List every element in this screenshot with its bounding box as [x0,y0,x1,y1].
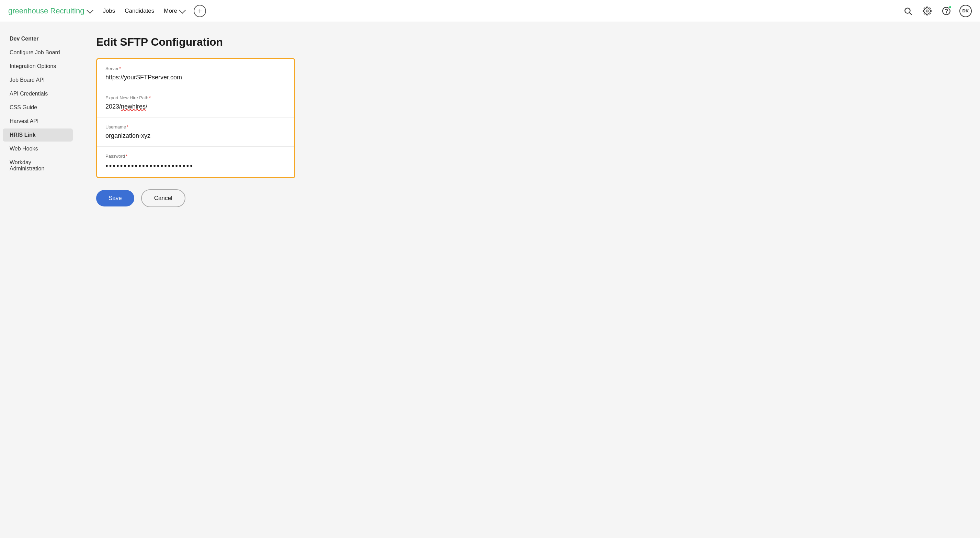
settings-button[interactable] [921,5,933,17]
notification-dot [948,5,952,9]
export-path-required-indicator: * [149,95,151,100]
username-field: Username * organization-xyz [97,118,294,147]
nav-links: Jobs Candidates More + [103,5,206,17]
server-value[interactable]: https://yourSFTPserver.com [105,74,286,81]
sftp-form-card: Server * https://yourSFTPserver.com Expo… [96,58,295,178]
topnav-right: DK [902,5,972,17]
server-label: Server * [105,66,286,71]
layout: Dev Center Configure Job Board Integrati… [0,22,980,538]
server-field: Server * https://yourSFTPserver.com [97,59,294,88]
sidebar-item-web-hooks[interactable]: Web Hooks [3,142,73,155]
sidebar-item-api-credentials[interactable]: API Credentials [3,87,73,100]
export-path-field: Export New Hire Path * 2023/newhires/ [97,88,294,118]
sidebar-item-harvest-api[interactable]: Harvest API [3,115,73,128]
nav-more[interactable]: More [164,8,184,14]
server-required-indicator: * [119,66,121,71]
sidebar-item-workday-administration[interactable]: Workday Administration [3,156,73,175]
export-path-value[interactable]: 2023/newhires/ [105,103,286,110]
nav-candidates[interactable]: Candidates [125,8,154,14]
logo-chevron-icon [87,6,94,13]
export-path-prefix: 2023/ [105,103,121,110]
sidebar-item-integration-options[interactable]: Integration Options [3,60,73,73]
sidebar-item-hris-link[interactable]: HRIS Link [3,128,73,142]
username-required-indicator: * [127,125,129,129]
logo-text: greenhouse Recruiting [8,6,84,16]
more-chevron-icon [179,6,186,13]
sidebar-item-job-board-api[interactable]: Job Board API [3,73,73,86]
topnav: greenhouse Recruiting Jobs Candidates Mo… [0,0,980,22]
export-path-suffix: / [146,103,147,110]
password-required-indicator: * [126,153,127,159]
form-actions: Save Cancel [96,189,959,207]
search-button[interactable] [902,5,914,17]
export-path-newhires: newhires [121,103,146,110]
username-label: Username * [105,125,286,129]
save-button[interactable]: Save [96,190,134,206]
export-path-label: Export New Hire Path * [105,95,286,100]
sidebar-item-configure-job-board[interactable]: Configure Job Board [3,46,73,59]
logo[interactable]: greenhouse Recruiting [8,6,92,16]
main-content: Edit SFTP Configuration Server * https:/… [76,22,980,538]
sidebar-item-css-guide[interactable]: CSS Guide [3,101,73,114]
avatar[interactable]: DK [959,5,972,17]
svg-point-0 [905,8,910,13]
username-value[interactable]: organization-xyz [105,132,286,139]
page-title: Edit SFTP Configuration [96,36,959,48]
svg-line-1 [910,12,912,14]
sidebar: Dev Center Configure Job Board Integrati… [0,22,76,538]
password-field: Password * •••••••••••••••••••••••• [97,147,294,177]
cancel-button[interactable]: Cancel [141,189,185,207]
password-label: Password * [105,153,286,159]
password-value[interactable]: •••••••••••••••••••••••• [105,161,286,171]
nav-jobs[interactable]: Jobs [103,8,115,14]
help-button[interactable] [940,5,953,17]
sidebar-section-header: Dev Center [3,32,73,45]
gear-icon [923,6,932,16]
svg-point-2 [926,10,929,12]
search-icon [904,6,912,16]
add-button[interactable]: + [194,5,206,17]
